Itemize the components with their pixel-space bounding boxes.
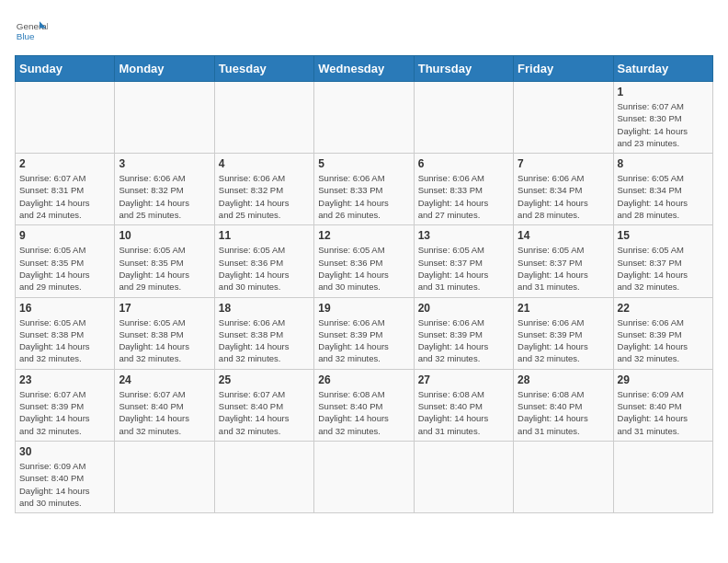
day-info: Sunrise: 6:07 AM Sunset: 8:40 PM Dayligh… [219, 388, 310, 437]
calendar-cell: 27Sunrise: 6:08 AM Sunset: 8:40 PM Dayli… [414, 369, 513, 441]
day-number: 27 [418, 373, 509, 386]
day-number: 11 [219, 229, 310, 242]
day-info: Sunrise: 6:06 AM Sunset: 8:32 PM Dayligh… [119, 172, 210, 221]
calendar-cell: 13Sunrise: 6:05 AM Sunset: 8:37 PM Dayli… [414, 225, 513, 297]
weekday-header: Monday [115, 56, 214, 82]
calendar-cell [115, 441, 214, 512]
svg-text:Blue: Blue [17, 31, 35, 41]
day-number: 13 [418, 229, 509, 242]
calendar-cell: 16Sunrise: 6:05 AM Sunset: 8:38 PM Dayli… [16, 297, 115, 369]
day-number: 24 [119, 373, 210, 386]
day-number: 9 [19, 229, 110, 242]
day-number: 30 [19, 445, 110, 458]
day-number: 21 [518, 302, 609, 315]
day-number: 20 [418, 302, 509, 315]
calendar-cell [115, 82, 214, 154]
weekday-header: Tuesday [214, 56, 313, 82]
weekday-header-row: SundayMondayTuesdayWednesdayThursdayFrid… [16, 56, 713, 82]
day-info: Sunrise: 6:06 AM Sunset: 8:32 PM Dayligh… [219, 172, 310, 221]
day-number: 8 [618, 157, 709, 170]
calendar-cell [414, 441, 513, 512]
calendar-cell: 3Sunrise: 6:06 AM Sunset: 8:32 PM Daylig… [115, 154, 214, 225]
calendar-cell [314, 82, 414, 154]
calendar-cell: 24Sunrise: 6:07 AM Sunset: 8:40 PM Dayli… [115, 369, 214, 441]
weekday-header: Saturday [613, 56, 712, 82]
calendar-cell: 12Sunrise: 6:05 AM Sunset: 8:36 PM Dayli… [314, 225, 414, 297]
day-number: 25 [219, 373, 310, 386]
calendar-cell: 25Sunrise: 6:07 AM Sunset: 8:40 PM Dayli… [214, 369, 313, 441]
calendar-cell: 8Sunrise: 6:05 AM Sunset: 8:34 PM Daylig… [613, 154, 712, 225]
day-info: Sunrise: 6:06 AM Sunset: 8:34 PM Dayligh… [518, 172, 609, 221]
calendar-cell: 21Sunrise: 6:06 AM Sunset: 8:39 PM Dayli… [514, 297, 613, 369]
day-info: Sunrise: 6:07 AM Sunset: 8:39 PM Dayligh… [19, 388, 110, 437]
day-number: 1 [618, 86, 709, 98]
calendar-cell: 29Sunrise: 6:09 AM Sunset: 8:40 PM Dayli… [613, 369, 712, 441]
day-info: Sunrise: 6:06 AM Sunset: 8:39 PM Dayligh… [418, 316, 509, 365]
day-number: 12 [318, 229, 409, 242]
calendar-cell: 17Sunrise: 6:05 AM Sunset: 8:38 PM Dayli… [115, 297, 214, 369]
calendar-cell: 23Sunrise: 6:07 AM Sunset: 8:39 PM Dayli… [16, 369, 115, 441]
day-info: Sunrise: 6:06 AM Sunset: 8:33 PM Dayligh… [418, 172, 509, 221]
calendar-cell: 9Sunrise: 6:05 AM Sunset: 8:35 PM Daylig… [16, 225, 115, 297]
day-number: 23 [19, 373, 110, 386]
day-info: Sunrise: 6:06 AM Sunset: 8:33 PM Dayligh… [318, 172, 409, 221]
day-number: 22 [618, 302, 709, 315]
calendar-cell [514, 82, 613, 154]
day-info: Sunrise: 6:06 AM Sunset: 8:39 PM Dayligh… [318, 316, 409, 365]
calendar-cell [414, 82, 513, 154]
calendar-cell: 22Sunrise: 6:06 AM Sunset: 8:39 PM Dayli… [613, 297, 712, 369]
calendar-cell: 4Sunrise: 6:06 AM Sunset: 8:32 PM Daylig… [214, 154, 313, 225]
calendar-cell [314, 441, 414, 512]
calendar-week-row: 1Sunrise: 6:07 AM Sunset: 8:30 PM Daylig… [16, 82, 713, 154]
calendar-cell: 11Sunrise: 6:05 AM Sunset: 8:36 PM Dayli… [214, 225, 313, 297]
day-number: 3 [119, 157, 210, 170]
day-info: Sunrise: 6:08 AM Sunset: 8:40 PM Dayligh… [518, 388, 609, 437]
day-info: Sunrise: 6:05 AM Sunset: 8:37 PM Dayligh… [618, 244, 709, 293]
calendar-table: SundayMondayTuesdayWednesdayThursdayFrid… [15, 55, 713, 513]
calendar-week-row: 23Sunrise: 6:07 AM Sunset: 8:39 PM Dayli… [16, 369, 713, 441]
day-info: Sunrise: 6:05 AM Sunset: 8:37 PM Dayligh… [418, 244, 509, 293]
logo-icon: General Blue [15, 15, 48, 48]
day-info: Sunrise: 6:05 AM Sunset: 8:34 PM Dayligh… [618, 172, 709, 221]
logo: General Blue [15, 15, 48, 48]
calendar-cell: 30Sunrise: 6:09 AM Sunset: 8:40 PM Dayli… [16, 441, 115, 512]
day-info: Sunrise: 6:05 AM Sunset: 8:38 PM Dayligh… [19, 316, 110, 365]
day-info: Sunrise: 6:05 AM Sunset: 8:36 PM Dayligh… [318, 244, 409, 293]
calendar-cell: 19Sunrise: 6:06 AM Sunset: 8:39 PM Dayli… [314, 297, 414, 369]
day-number: 6 [418, 157, 509, 170]
calendar-cell: 28Sunrise: 6:08 AM Sunset: 8:40 PM Dayli… [514, 369, 613, 441]
calendar-cell: 26Sunrise: 6:08 AM Sunset: 8:40 PM Dayli… [314, 369, 414, 441]
day-info: Sunrise: 6:07 AM Sunset: 8:40 PM Dayligh… [119, 388, 210, 437]
day-number: 16 [19, 302, 110, 315]
weekday-header: Sunday [16, 56, 115, 82]
day-number: 10 [119, 229, 210, 242]
calendar-cell [214, 82, 313, 154]
calendar-cell [214, 441, 313, 512]
calendar-cell [16, 82, 115, 154]
day-info: Sunrise: 6:08 AM Sunset: 8:40 PM Dayligh… [418, 388, 509, 437]
day-info: Sunrise: 6:09 AM Sunset: 8:40 PM Dayligh… [19, 460, 110, 509]
day-info: Sunrise: 6:06 AM Sunset: 8:38 PM Dayligh… [219, 316, 310, 365]
calendar-cell: 6Sunrise: 6:06 AM Sunset: 8:33 PM Daylig… [414, 154, 513, 225]
calendar-cell [514, 441, 613, 512]
day-number: 28 [518, 373, 609, 386]
day-number: 5 [318, 157, 409, 170]
day-info: Sunrise: 6:06 AM Sunset: 8:39 PM Dayligh… [518, 316, 609, 365]
calendar-cell: 5Sunrise: 6:06 AM Sunset: 8:33 PM Daylig… [314, 154, 414, 225]
weekday-header: Friday [514, 56, 613, 82]
day-info: Sunrise: 6:05 AM Sunset: 8:37 PM Dayligh… [518, 244, 609, 293]
calendar-cell [613, 441, 712, 512]
day-number: 17 [119, 302, 210, 315]
day-info: Sunrise: 6:08 AM Sunset: 8:40 PM Dayligh… [318, 388, 409, 437]
calendar-cell: 1Sunrise: 6:07 AM Sunset: 8:30 PM Daylig… [613, 82, 712, 154]
day-number: 26 [318, 373, 409, 386]
day-number: 19 [318, 302, 409, 315]
calendar-cell: 2Sunrise: 6:07 AM Sunset: 8:31 PM Daylig… [16, 154, 115, 225]
calendar-cell: 14Sunrise: 6:05 AM Sunset: 8:37 PM Dayli… [514, 225, 613, 297]
day-number: 29 [618, 373, 709, 386]
day-number: 4 [219, 157, 310, 170]
calendar-week-row: 2Sunrise: 6:07 AM Sunset: 8:31 PM Daylig… [16, 154, 713, 225]
day-number: 18 [219, 302, 310, 315]
day-info: Sunrise: 6:07 AM Sunset: 8:31 PM Dayligh… [19, 172, 110, 221]
calendar-week-row: 16Sunrise: 6:05 AM Sunset: 8:38 PM Dayli… [16, 297, 713, 369]
